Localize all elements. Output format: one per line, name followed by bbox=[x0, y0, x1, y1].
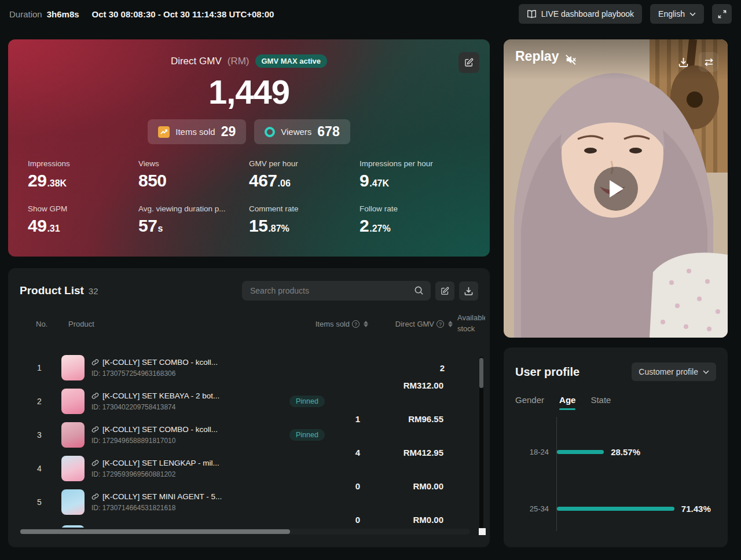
scroll-corner-handle[interactable] bbox=[479, 528, 486, 535]
metric-label: Follow rate bbox=[360, 204, 470, 213]
items-sold-cell: 1 bbox=[258, 414, 360, 424]
link-icon bbox=[91, 459, 99, 467]
gmv-value: 1,449 bbox=[8, 72, 490, 111]
metric-label: Show GPM bbox=[28, 204, 138, 213]
playbook-button-label: LIVE dashboard playbook bbox=[541, 9, 634, 19]
duration-value: 3h6m8s bbox=[47, 9, 79, 19]
metric-value: 850 bbox=[138, 171, 167, 191]
metric-value: 57 bbox=[138, 216, 157, 236]
table-body: 1 [K-COLLY] SET COMBO - kcoll... ID: 173… bbox=[8, 355, 482, 528]
viewers-chip: Viewers 678 bbox=[254, 119, 350, 144]
product-thumbnail[interactable] bbox=[61, 422, 85, 448]
download-icon bbox=[678, 57, 688, 67]
col-direct-gmv: Direct GMV bbox=[395, 320, 434, 328]
swap-arrows-icon bbox=[704, 58, 714, 67]
fullscreen-button[interactable] bbox=[712, 4, 732, 24]
direct-gmv-cell: RM0.00 bbox=[360, 481, 445, 491]
time-range: Oct 30 08:08:30 - Oct 30 11:14:38 UTC+08… bbox=[92, 9, 274, 19]
row-no: 5 bbox=[21, 497, 61, 507]
bar-value: 28.57% bbox=[611, 447, 640, 457]
metric-label: Impressions bbox=[28, 159, 138, 168]
viewers-value: 678 bbox=[317, 124, 339, 140]
play-icon bbox=[607, 179, 625, 199]
search-input[interactable] bbox=[242, 281, 431, 301]
sort-direct-gmv[interactable] bbox=[448, 321, 453, 327]
expand-icon bbox=[718, 10, 727, 19]
direct-gmv-cell: RM312.00 bbox=[360, 380, 445, 390]
link-icon bbox=[91, 426, 99, 433]
table-row: 1 [K-COLLY] SET COMBO - kcoll... ID: 173… bbox=[8, 355, 482, 389]
help-icon[interactable]: ? bbox=[436, 320, 444, 328]
items-sold-value: 29 bbox=[221, 124, 236, 140]
replay-title: Replay bbox=[515, 49, 559, 64]
replay-panel: Replay bbox=[504, 39, 728, 338]
bar bbox=[557, 507, 674, 511]
vertical-scroll-thumb[interactable] bbox=[479, 358, 483, 388]
metric-label: GMV per hour bbox=[249, 159, 360, 168]
edit-table-button[interactable] bbox=[435, 281, 454, 301]
bar-row-18-24: 18-24 28.57% bbox=[504, 446, 728, 457]
product-thumbnail[interactable] bbox=[61, 489, 85, 515]
items-sold-label: Items sold bbox=[175, 127, 215, 137]
edit-icon bbox=[464, 58, 474, 67]
replay-switch-button[interactable] bbox=[699, 52, 718, 72]
metric-value: 2 bbox=[360, 216, 369, 236]
tab-state[interactable]: State bbox=[590, 395, 611, 410]
search-icon bbox=[414, 286, 424, 295]
user-profile-panel: User profile Customer profile Gender Age… bbox=[504, 347, 728, 547]
metric-value: 9 bbox=[360, 171, 369, 191]
product-title[interactable]: [K-COLLY] SET COMBO - kcoll... bbox=[102, 425, 218, 434]
bar-label: 18-24 bbox=[504, 448, 549, 456]
product-title[interactable]: [K-COLLY] SET MINI AGENT - 5... bbox=[102, 492, 222, 501]
product-title[interactable]: [K-COLLY] SET COMBO - kcoll... bbox=[102, 358, 218, 367]
bar-value: 71.43% bbox=[681, 504, 711, 514]
gmv-card: Direct GMV (RM) GMV MAX active 1,449 Ite… bbox=[8, 39, 490, 257]
table-row: 5 [K-COLLY] SET MINI AGENT - 5... ID: 17… bbox=[8, 489, 482, 523]
product-thumbnail[interactable] bbox=[61, 389, 85, 414]
link-icon bbox=[91, 392, 99, 400]
language-selector[interactable]: English bbox=[650, 4, 704, 24]
product-title[interactable]: [K-COLLY] SET KEBAYA - 2 bot... bbox=[102, 391, 219, 400]
horizontal-scroll-thumb[interactable] bbox=[20, 529, 290, 534]
metric-impressions: Impressions 29.38K bbox=[28, 159, 138, 191]
metric-label: Comment rate bbox=[249, 204, 360, 213]
mute-icon[interactable] bbox=[564, 49, 577, 66]
replay-download-button[interactable] bbox=[673, 52, 693, 72]
profile-type-selector[interactable]: Customer profile bbox=[632, 363, 716, 381]
export-button[interactable] bbox=[459, 281, 478, 301]
language-label: English bbox=[658, 9, 685, 19]
table-row: 3 [K-COLLY] SET COMBO - kcoll... ID: 172… bbox=[8, 422, 482, 456]
edit-icon bbox=[441, 287, 449, 295]
product-list-title: Product List bbox=[20, 284, 84, 297]
table-header: No. Product Items sold ? Direct GMV ? Av… bbox=[8, 311, 490, 336]
sort-items-sold[interactable] bbox=[364, 321, 368, 327]
metric-gmv-per-hour: GMV per hour 467.06 bbox=[249, 159, 360, 191]
horizontal-scrollbar bbox=[20, 529, 470, 535]
gmv-title: Direct GMV bbox=[171, 56, 222, 67]
direct-gmv-cell: RM96.55 bbox=[360, 414, 445, 424]
edit-metrics-button[interactable] bbox=[458, 52, 479, 73]
table-row: 2 [K-COLLY] SET KEBAYA - 2 bot... ID: 17… bbox=[8, 389, 482, 422]
metric-label: Avg. viewing duration p... bbox=[138, 204, 249, 213]
pinned-badge: Pinned bbox=[289, 396, 325, 407]
playbook-button[interactable]: LIVE dashboard playbook bbox=[519, 4, 642, 24]
col-product: Product bbox=[61, 320, 258, 328]
metric-label: Views bbox=[138, 159, 249, 168]
metric-views: Views 850 bbox=[138, 159, 249, 191]
product-thumbnail[interactable] bbox=[61, 355, 85, 380]
bar bbox=[557, 450, 604, 454]
metric-label: Impressions per hour bbox=[360, 159, 470, 168]
help-icon[interactable]: ? bbox=[352, 320, 360, 328]
tab-age[interactable]: Age bbox=[559, 395, 575, 410]
product-thumbnail[interactable] bbox=[61, 525, 85, 528]
play-button[interactable] bbox=[594, 167, 638, 211]
book-icon bbox=[527, 10, 537, 19]
metric-value: 49 bbox=[28, 216, 46, 236]
product-thumbnail[interactable] bbox=[61, 456, 85, 481]
bar-label: 25-34 bbox=[504, 504, 549, 513]
metric-show-gpm: Show GPM 49.31 bbox=[28, 204, 138, 236]
product-title[interactable]: [K-COLLY] SET LENGKAP - mil... bbox=[102, 459, 219, 467]
chevron-down-icon bbox=[703, 370, 709, 374]
user-profile-title: User profile bbox=[515, 365, 579, 379]
tab-gender[interactable]: Gender bbox=[515, 395, 544, 410]
